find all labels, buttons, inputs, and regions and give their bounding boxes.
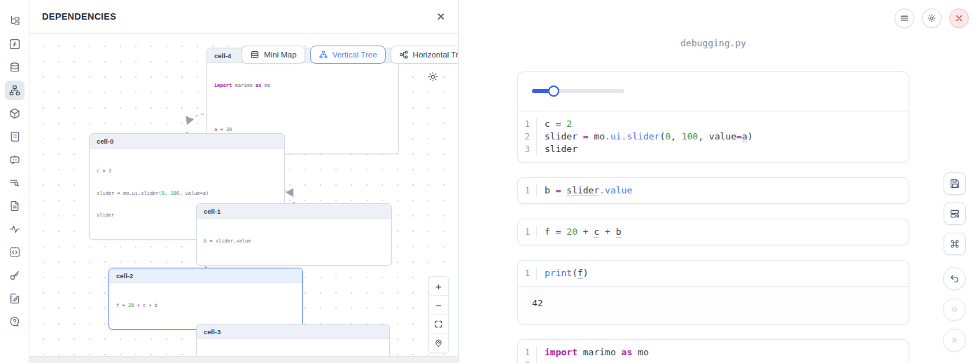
notebook-content: debugging.py 1c = 2 2slider = mo.ui.slid… <box>517 0 909 363</box>
code-line[interactable]: b = slider.value <box>537 184 632 197</box>
code-editor: 1c = 2 2slider = mo.ui.slider(0, 100, va… <box>518 111 909 162</box>
graph-view-toolbar: Mini Map Vertical Tree Horizontal Tree <box>241 46 458 64</box>
node-code-line: import marimo as mo <box>214 82 391 90</box>
hamburger-menu-icon <box>899 13 909 23</box>
node-code-line: f = 20 + c + b <box>116 302 295 310</box>
vertical-tree-button[interactable]: Vertical Tree <box>310 46 386 64</box>
chat-bot-icon[interactable] <box>5 150 24 170</box>
notebook-filename: debugging.py <box>517 38 909 48</box>
graph-node-cell-2[interactable]: cell-2 f = 20 + c + b <box>108 268 303 330</box>
code-line[interactable]: print(f) <box>537 267 589 280</box>
stop-button[interactable] <box>943 298 966 321</box>
notebook-cell-import: 1import marimo as mo 2 <box>517 339 909 363</box>
close-panel-icon[interactable]: ✕ <box>436 11 445 22</box>
line-number: 1 <box>518 267 537 280</box>
notebook-main: debugging.py 1c = 2 2slider = mo.ui.slid… <box>459 0 980 363</box>
dependency-graph-icon[interactable] <box>5 81 24 100</box>
code-line[interactable]: c = 2 <box>537 118 572 130</box>
cell-output-area <box>518 72 909 111</box>
graph-settings-button[interactable] <box>427 71 439 85</box>
fit-view-icon <box>434 320 443 329</box>
close-icon <box>954 13 964 23</box>
map-pin-icon <box>434 338 443 348</box>
mini-map-button[interactable]: Mini Map <box>241 46 305 64</box>
graph-node-cell-1[interactable]: cell-1 b = slider.value <box>196 203 392 266</box>
layout-icon <box>949 208 960 219</box>
zoom-in-button[interactable]: + <box>429 277 448 296</box>
activity-bar <box>0 0 29 363</box>
code-editor: 1import marimo as mo 2 <box>518 340 909 363</box>
shutdown-button[interactable] <box>949 8 969 28</box>
node-code-line: c = 2 <box>97 167 277 175</box>
line-number: 1 <box>518 118 537 130</box>
dependencies-title: DEPENDENCIES <box>42 11 116 22</box>
notebook-pen-icon[interactable] <box>5 289 24 308</box>
slider-thumb[interactable] <box>548 85 559 97</box>
code-editor: 1print(f) <box>518 261 909 286</box>
code-line[interactable]: import marimo as mo <box>537 346 649 359</box>
activity-tracing-icon[interactable] <box>5 219 24 239</box>
node-code-line: a = 20 <box>214 126 391 134</box>
notebook-cell-slider: 1c = 2 2slider = mo.ui.slider(0, 100, va… <box>517 71 909 163</box>
play-icon <box>949 335 960 345</box>
database-icon[interactable] <box>5 57 24 77</box>
console-output: 42 <box>518 286 909 324</box>
command-icon <box>949 238 960 249</box>
file-tree-icon[interactable] <box>5 11 24 31</box>
notebook-cell-print: 1print(f) 42 <box>517 260 909 324</box>
mini-map-icon <box>250 50 260 60</box>
list-search-icon[interactable] <box>5 173 24 193</box>
fit-view-button[interactable] <box>429 315 448 334</box>
line-number: 2 <box>518 359 537 363</box>
line-number: 3 <box>518 143 537 156</box>
dependencies-panel: DEPENDENCIES ✕ <box>29 0 459 363</box>
line-number: 1 <box>518 184 537 197</box>
side-tool-column <box>943 172 966 352</box>
menu-button[interactable] <box>895 8 914 28</box>
horizontal-tree-button[interactable]: Horizontal Tree <box>391 46 458 64</box>
secrets-key-icon[interactable] <box>5 266 24 285</box>
code-line[interactable] <box>537 359 550 363</box>
dependencies-header: DEPENDENCIES ✕ <box>29 0 458 34</box>
node-title: cell-0 <box>90 134 284 149</box>
settings-button[interactable] <box>922 8 941 28</box>
save-button[interactable] <box>944 172 966 195</box>
line-number: 1 <box>518 346 537 359</box>
notebook-cell-f: 1f = 20 + c + b <box>517 219 909 245</box>
node-code-line <box>214 104 391 112</box>
node-code-line: b = slider.value <box>204 238 384 245</box>
undo-icon <box>949 273 960 284</box>
node-title: cell-3 <box>197 324 389 339</box>
gear-icon <box>427 71 439 83</box>
horizontal-tree-icon <box>399 50 409 60</box>
code-line[interactable]: f = 20 + c + b <box>537 226 622 238</box>
layout-button[interactable] <box>944 203 966 225</box>
locate-button[interactable] <box>429 334 448 352</box>
file-text-icon[interactable] <box>5 196 24 216</box>
top-actions <box>895 8 969 28</box>
stop-icon <box>949 304 960 315</box>
gear-icon <box>927 13 937 23</box>
documentation-scroll-icon[interactable] <box>5 127 24 146</box>
graph-scrollbar-track[interactable] <box>29 356 458 363</box>
keyboard-shortcuts-button[interactable] <box>944 233 966 255</box>
functions-icon[interactable] <box>5 34 24 54</box>
node-title: cell-2 <box>109 268 302 283</box>
package-icon[interactable] <box>5 104 24 123</box>
graph-zoom-controls: + − <box>428 276 449 353</box>
code-editor: 1b = slider.value <box>518 178 909 203</box>
slider-widget[interactable] <box>532 85 624 97</box>
help-icon[interactable] <box>5 312 24 331</box>
save-icon <box>949 178 960 189</box>
dependency-graph-canvas[interactable]: cell-4 import marimo as mo a = 20 cell-0… <box>29 34 458 356</box>
node-code-line: slider = mo.ui.slider(0, 100, value=a) <box>97 190 277 198</box>
undo-button[interactable] <box>943 267 966 290</box>
vertical-tree-icon <box>318 50 328 60</box>
zoom-out-button[interactable]: − <box>429 296 448 315</box>
code-line[interactable]: slider <box>537 143 578 156</box>
run-button[interactable] <box>943 329 966 352</box>
code-line[interactable]: slider = mo.ui.slider(0, 100, value=a) <box>537 130 752 143</box>
line-number: 1 <box>518 226 537 238</box>
code-square-icon[interactable] <box>5 242 24 262</box>
graph-node-cell-3[interactable]: cell-3 print(f) <box>196 324 390 356</box>
